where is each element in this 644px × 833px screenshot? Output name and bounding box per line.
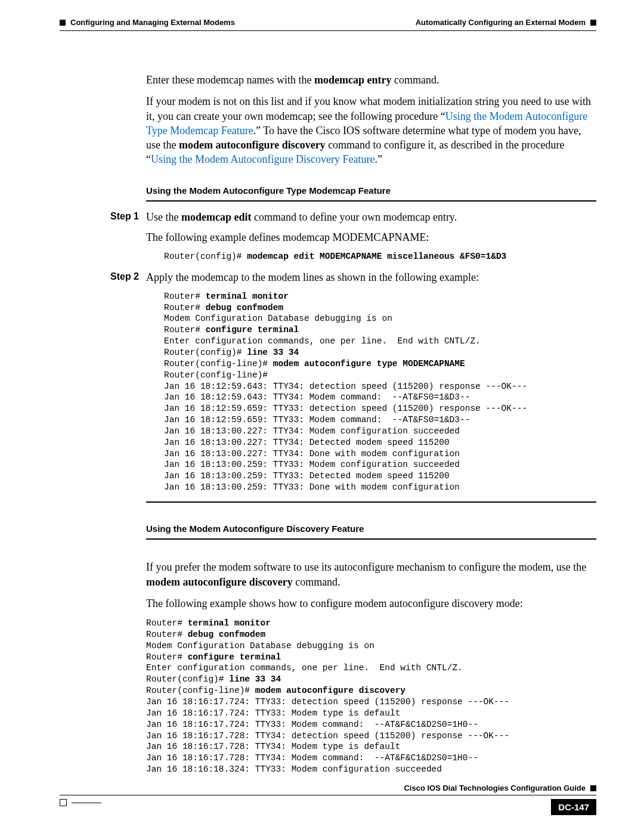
cross-reference-link[interactable]: Using the Modem Autoconfigure Discovery … (151, 153, 374, 165)
command-name: modemcap edit (181, 211, 251, 223)
text: Enter these modemcap names with the (146, 74, 314, 86)
code-output: Jan 16 18:16:17.724: TTY33: Modem comman… (146, 720, 478, 729)
code-command: line 33 34 (229, 674, 281, 684)
footer-rule (60, 795, 596, 795)
code-block: Router# terminal monitor Router# debug c… (146, 618, 596, 775)
footer-guide-title: Cisco IOS Dial Technologies Configuratio… (404, 784, 586, 792)
code-output: Jan 16 18:16:17.728: TTY34: detection sp… (146, 731, 509, 741)
code-output: Jan 16 18:13:00.259: TTY33: Detected mod… (164, 471, 450, 481)
code-output: Jan 16 18:16:17.724: TTY33: detection sp… (146, 697, 509, 707)
step-2: Step 2 Apply the modemcap to the modem l… (110, 270, 596, 493)
intro-block: Enter these modemcap names with the mode… (146, 73, 596, 202)
code-output: Jan 16 18:12:59.659: TTY33: Modem comman… (164, 415, 470, 425)
footer-short-line (72, 803, 101, 803)
footer-square-icon (590, 785, 596, 791)
code-prompt: Router# (146, 630, 188, 639)
code-command: terminal monitor (188, 618, 271, 628)
text: command. (293, 576, 340, 588)
code-command: debug confmodem (188, 630, 266, 639)
section-end: Using the Modem Autoconfigure Discovery … (146, 501, 596, 775)
step-text: Apply the modemcap to the modem lines as… (146, 270, 596, 284)
code-prompt: Router(config)# (146, 674, 229, 684)
command-name: modem autoconfigure discovery (179, 139, 326, 151)
code-command: modem autoconfigure discovery (255, 686, 405, 695)
code-prompt: Router# (164, 292, 206, 301)
code-command: modem autoconfigure type MODEMCAPNAME (273, 359, 465, 368)
code-prompt: Router# (146, 652, 188, 662)
text: If you prefer the modem software to use … (146, 561, 586, 573)
step-label: Step 2 (110, 270, 139, 283)
code-block: Router(config)# modemcap edit MODEMCAPNA… (164, 251, 596, 262)
header-rule (60, 30, 596, 31)
code-block: Router# terminal monitor Router# debug c… (164, 291, 596, 493)
section-rule (146, 538, 596, 540)
code-prompt: Router# (146, 618, 188, 628)
code-output: Jan 16 18:16:17.728: TTY34: Modem comman… (146, 753, 478, 763)
command-name: modemcap entry (314, 74, 391, 86)
section-rule (146, 200, 596, 202)
code-output: Jan 16 18:12:59.659: TTY33: detection sp… (164, 404, 527, 413)
body-paragraph: The following example shows how to confi… (146, 596, 596, 611)
section-heading: Using the Modem Autoconfigure Type Modem… (146, 185, 596, 197)
header-square-icon (60, 20, 66, 26)
code-output: Jan 16 18:13:00.227: TTY34: Modem config… (164, 426, 460, 436)
code-output: Jan 16 18:16:17.728: TTY34: Modem type i… (146, 742, 400, 751)
code-output: Jan 16 18:13:00.259: TTY33: Done with mo… (164, 482, 460, 492)
text: Use the (146, 211, 181, 223)
code-output: Jan 16 18:13:00.227: TTY34: Detected mod… (164, 438, 450, 447)
code-command: terminal monitor (206, 292, 289, 301)
header-section: Automatically Configuring an External Mo… (416, 18, 586, 27)
code-prompt: Router# (164, 303, 206, 312)
text: .” (374, 153, 382, 165)
code-command: debug confmodem (206, 303, 284, 312)
code-output: Modem Configuration Database debugging i… (164, 314, 392, 323)
section-heading: Using the Modem Autoconfigure Discovery … (146, 523, 596, 535)
code-output: Router(config-line)# (164, 370, 268, 380)
code-command: configure terminal (206, 325, 299, 335)
intro-paragraph-2: If your modem is not on this list and if… (146, 94, 596, 166)
code-output: Enter configuration commands, one per li… (146, 663, 463, 673)
step-label: Step 1 (110, 210, 139, 223)
step-text: The following example defines modemcap M… (146, 230, 596, 244)
code-output: Jan 16 18:16:17.724: TTY33: Modem type i… (146, 708, 400, 718)
code-command: modemcap edit MODEMCAPNAME miscellaneous… (247, 252, 506, 261)
section-rule (146, 501, 596, 503)
step-1: Step 1 Use the modemcap edit command to … (110, 210, 596, 262)
code-prompt: Router(config)# (164, 252, 247, 261)
text: command to define your own modemcap entr… (251, 211, 457, 223)
code-output: Jan 16 18:16:18.324: TTY33: Modem config… (146, 764, 442, 774)
page-number: DC-147 (551, 799, 596, 815)
page-header: Configuring and Managing External Modems… (60, 18, 596, 27)
code-output: Jan 16 18:13:00.259: TTY33: Modem config… (164, 460, 460, 469)
code-output: Jan 16 18:12:59.643: TTY34: Modem comman… (164, 392, 470, 402)
page-footer: Cisco IOS Dial Technologies Configuratio… (60, 784, 596, 815)
code-command: line 33 34 (247, 348, 299, 357)
header-square-icon (590, 20, 596, 26)
code-command: configure terminal (188, 652, 281, 662)
code-output: Enter configuration commands, one per li… (164, 336, 481, 346)
code-output: Modem Configuration Database debugging i… (146, 641, 374, 651)
code-output: Jan 16 18:12:59.643: TTY34: detection sp… (164, 382, 527, 391)
intro-paragraph-1: Enter these modemcap names with the mode… (146, 73, 596, 87)
step-text: Use the modemcap edit command to define … (146, 210, 596, 224)
command-name: modem autoconfigure discovery (146, 576, 293, 588)
code-prompt: Router(config)# (164, 348, 247, 357)
code-prompt: Router# (164, 325, 206, 335)
text: command. (391, 74, 439, 86)
code-prompt: Router(config-line)# (146, 686, 255, 695)
code-output: Jan 16 18:13:00.227: TTY34: Done with mo… (164, 449, 460, 459)
code-prompt: Router(config-line)# (164, 359, 273, 368)
body-paragraph: If you prefer the modem software to use … (146, 560, 596, 589)
footer-outline-square-icon (60, 799, 67, 806)
header-chapter: Configuring and Managing External Modems (70, 18, 235, 27)
